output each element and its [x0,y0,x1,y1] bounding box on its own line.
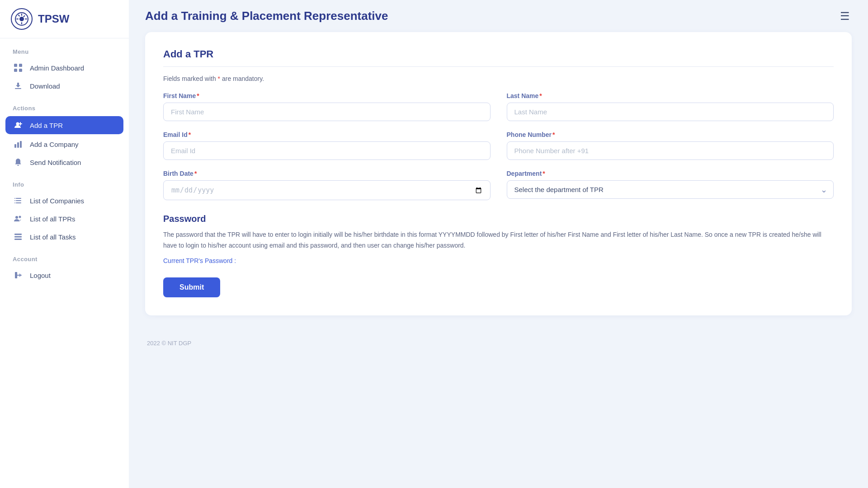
svg-rect-3 [21,22,22,24]
email-group: Email Id* [163,131,491,160]
first-name-label: First Name* [163,92,491,99]
password-title: Password [163,214,834,224]
menu-section-label: Menu [0,38,129,59]
password-description: The password that the TPR will have to e… [163,230,834,251]
svg-rect-27 [14,234,22,235]
phone-group: Phone Number* [507,131,834,160]
sidebar: TPSW Menu Admin Dashboard Download Actio… [0,0,129,488]
people-icon [13,215,24,223]
svg-rect-4 [16,19,19,19]
svg-rect-21 [16,202,21,203]
logo-text: TPSW [38,13,69,25]
topbar: Add a Training & Placement Representativ… [129,0,868,32]
svg-rect-17 [17,142,19,148]
logout-icon [13,271,24,279]
svg-rect-7 [23,15,25,18]
hamburger-icon[interactable]: ☰ [840,10,850,23]
svg-rect-20 [16,200,21,201]
current-password-label: Current TPR's Password : [163,257,236,264]
sidebar-item-list-tasks[interactable]: List of all Tasks [0,228,129,246]
sidebar-item-label: Add a TPR [30,122,63,129]
submit-button[interactable]: Submit [163,277,220,297]
phone-label: Phone Number* [507,131,834,138]
sidebar-item-label: Download [30,82,60,90]
svg-rect-29 [14,239,22,240]
svg-rect-6 [18,14,20,17]
bell-icon [13,158,24,166]
department-label: Department* [507,170,834,177]
download-icon [13,82,24,90]
sidebar-item-logout[interactable]: Logout [0,266,129,284]
svg-point-23 [14,200,15,201]
svg-point-25 [15,216,18,219]
last-name-label: Last Name* [507,92,834,99]
sidebar-item-send-notification[interactable]: Send Notification [0,153,129,171]
svg-point-1 [19,17,24,21]
last-name-group: Last Name* [507,92,834,121]
logo-container: TPSW [0,0,129,38]
sidebar-item-admin-dashboard[interactable]: Admin Dashboard [0,59,129,77]
page-title: Add a Training & Placement Representativ… [145,9,388,23]
sidebar-item-label: Send Notification [30,159,81,166]
grid-icon [13,64,24,72]
tasks-icon [13,233,24,241]
phone-input[interactable] [507,141,834,160]
sidebar-item-list-companies[interactable]: List of Companies [0,192,129,210]
svg-rect-18 [20,141,22,148]
form-card: Add a TPR Fields marked with * are manda… [145,32,852,315]
first-name-group: First Name* [163,92,491,121]
svg-rect-16 [14,144,16,148]
last-name-input[interactable] [507,103,834,121]
email-label: Email Id* [163,131,491,138]
footer: 2022 © NIT DGP [145,332,852,347]
svg-rect-2 [21,14,22,16]
sidebar-item-label: Admin Dashboard [30,64,84,72]
sidebar-item-add-company[interactable]: Add a Company [0,135,129,153]
department-select-wrapper: Select the department of TPR Computer Sc… [507,180,834,199]
sidebar-item-label: Logout [30,272,51,279]
email-input[interactable] [163,141,491,160]
person-add-icon [13,121,24,129]
department-group: Department* Select the department of TPR… [507,170,834,200]
svg-rect-10 [14,69,17,72]
sidebar-item-label: List of all Tasks [30,233,75,241]
birth-date-label: Birth Date* [163,170,491,177]
svg-point-22 [14,198,15,199]
main-content: Add a Training & Placement Representativ… [129,0,868,488]
svg-rect-28 [14,236,22,238]
svg-rect-8 [14,64,17,67]
form-grid: First Name* Last Name* Email Id* [163,92,834,200]
svg-point-24 [14,202,15,203]
svg-rect-5 [25,19,27,19]
mandatory-note: Fields marked with * are mandatory. [163,75,834,82]
card-divider [163,66,834,67]
sidebar-item-add-tpr[interactable]: Add a TPR [5,116,123,134]
svg-point-26 [19,216,21,218]
first-name-input[interactable] [163,103,491,121]
svg-rect-12 [15,88,21,89]
sidebar-item-label: Add a Company [30,141,79,148]
svg-rect-19 [16,198,21,199]
account-section-label: Account [0,246,129,266]
actions-section-label: Actions [0,95,129,115]
svg-rect-9 [19,64,22,67]
card-title: Add a TPR [163,48,834,60]
sidebar-item-label: List of Companies [30,197,84,205]
birth-date-input[interactable] [163,180,491,200]
sidebar-item-list-tprs[interactable]: List of all TPRs [0,210,129,228]
password-section: Password The password that the TPR will … [163,214,834,265]
sidebar-item-label: List of all TPRs [30,215,75,223]
department-select[interactable]: Select the department of TPR Computer Sc… [507,180,834,199]
birth-date-group: Birth Date* [163,170,491,200]
chart-icon [13,140,24,148]
info-section-label: Info [0,171,129,192]
svg-rect-11 [19,69,22,72]
list-icon [13,197,24,205]
sidebar-item-download[interactable]: Download [0,77,129,95]
logo-icon [11,8,33,30]
